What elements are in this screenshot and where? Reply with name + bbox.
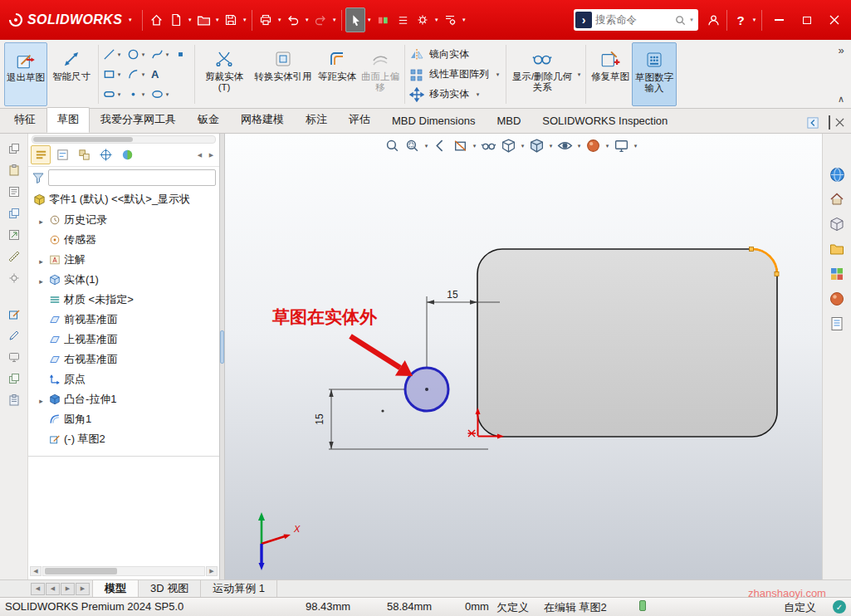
tab-first-button[interactable] xyxy=(31,583,45,595)
zoom-fit-icon[interactable] xyxy=(383,136,402,155)
section-dropdown-icon[interactable] xyxy=(471,143,478,149)
display-style-icon[interactable] xyxy=(527,136,546,155)
tree-splitter-divider[interactable] xyxy=(28,456,219,564)
3d-parts-box-icon[interactable] xyxy=(825,213,849,235)
hide-show-items-icon[interactable] xyxy=(555,136,575,155)
home-button[interactable] xyxy=(146,7,166,32)
expand-caret-icon[interactable] xyxy=(39,394,43,406)
hide-show-dropdown-icon[interactable] xyxy=(575,143,583,149)
render-sphere-icon[interactable] xyxy=(825,288,849,310)
ellipse-dropdown-icon[interactable] xyxy=(164,91,171,98)
open-dropdown-icon[interactable] xyxy=(213,7,221,32)
tree-item-front-plane[interactable]: 前视基准面 xyxy=(28,310,219,330)
circle-dropdown-icon[interactable] xyxy=(139,51,147,58)
model-tab[interactable]: 模型 xyxy=(92,580,139,597)
panel-splitter[interactable] xyxy=(219,134,225,579)
user-account-button[interactable] xyxy=(703,7,723,32)
arc-tool-icon[interactable] xyxy=(127,68,139,81)
tree-horizontal-scrollbar-bottom[interactable] xyxy=(30,565,218,577)
spline-dropdown-icon[interactable] xyxy=(164,51,171,58)
tab-mbd[interactable]: MBD xyxy=(486,110,531,133)
arc-dropdown-icon[interactable] xyxy=(139,71,147,78)
search-input[interactable] xyxy=(592,14,674,26)
help-dropdown-icon[interactable] xyxy=(751,7,758,32)
open-button[interactable] xyxy=(193,7,213,32)
view-orientation-dropdown-icon[interactable] xyxy=(519,143,526,149)
scroll-left-button[interactable] xyxy=(30,566,42,576)
redo-dropdown-icon[interactable] xyxy=(330,7,338,32)
tab-inspection[interactable]: SOLIDWORKS Inspection xyxy=(531,110,678,133)
rectangle-tool-icon[interactable] xyxy=(103,68,115,81)
left-tool-edit-icon[interactable] xyxy=(4,325,24,345)
tab-next-button[interactable] xyxy=(61,583,75,595)
tree-item-fillet[interactable]: 圆角1 xyxy=(28,409,219,429)
left-tool-copy-icon[interactable] xyxy=(4,369,24,388)
tab-sheet-metal[interactable]: 钣金 xyxy=(187,107,230,133)
design-library-home-icon[interactable] xyxy=(825,188,849,210)
custom-dropdown[interactable]: 自定义 xyxy=(784,600,816,615)
feature-manager-tab[interactable] xyxy=(31,145,51,164)
settings-button[interactable] xyxy=(413,7,433,32)
tree-item-boss-extrude[interactable]: 凸台-拉伸1 xyxy=(28,389,219,409)
menu-expand-icon[interactable] xyxy=(126,7,134,32)
save-dropdown-icon[interactable] xyxy=(241,7,248,32)
left-tool-sketch-icon[interactable] xyxy=(4,304,24,323)
text-tool-icon[interactable]: A xyxy=(151,68,159,81)
panel-tabs-scroll-right-icon[interactable] xyxy=(206,147,217,164)
undo-dropdown-icon[interactable] xyxy=(303,7,311,32)
tree-item-sketch2[interactable]: (-) 草图2 xyxy=(28,429,219,449)
display-manager-tab[interactable] xyxy=(117,145,137,164)
sketch-numeric-input-button[interactable]: 草图数字输入 xyxy=(632,42,677,106)
exit-sketch-button[interactable]: 退出草图 xyxy=(4,42,47,106)
appearances-scenes-icon[interactable] xyxy=(825,263,849,285)
splitter-grip[interactable] xyxy=(220,330,224,364)
new-document-dropdown-icon[interactable] xyxy=(186,7,193,32)
slot-dropdown-icon[interactable] xyxy=(115,91,123,98)
view-settings-icon[interactable] xyxy=(612,136,631,155)
offset-entities-button[interactable]: 等距实体 xyxy=(315,42,359,106)
line-dropdown-icon[interactable] xyxy=(115,51,123,58)
trim-entities-button[interactable]: 剪裁实体(T) xyxy=(198,42,251,106)
print-dropdown-icon[interactable] xyxy=(276,7,283,32)
doc-previous-icon[interactable] xyxy=(807,117,819,129)
appearance-toggle-button[interactable] xyxy=(373,7,393,32)
search-dropdown-icon[interactable] xyxy=(687,17,697,23)
left-tool-measure-icon[interactable] xyxy=(4,247,24,266)
solidworks-menu[interactable]: SOLIDWORKS xyxy=(3,7,139,32)
convert-entities-button[interactable]: 转换实体引用 xyxy=(251,42,315,106)
zoom-dropdown-icon[interactable] xyxy=(423,143,430,149)
tab-markup[interactable]: 标注 xyxy=(295,107,338,133)
minimize-button[interactable] xyxy=(765,7,793,33)
doc-restore-button[interactable] xyxy=(829,116,830,129)
tree-item-top-plane[interactable]: 上视基准面 xyxy=(28,330,219,350)
options-list-button[interactable] xyxy=(393,7,413,32)
tab-last-button[interactable] xyxy=(76,583,90,595)
left-tool-list-icon[interactable] xyxy=(4,182,24,201)
help-button[interactable] xyxy=(731,7,751,32)
point-grid-tool-icon[interactable] xyxy=(175,49,186,60)
rectangle-dropdown-icon[interactable] xyxy=(115,71,123,78)
search-magnifier-icon[interactable] xyxy=(674,14,687,27)
custom-properties-icon[interactable] xyxy=(825,313,849,335)
spline-tool-icon[interactable] xyxy=(151,48,164,61)
display-style-dropdown-icon[interactable] xyxy=(547,143,555,149)
relations-dropdown-icon[interactable] xyxy=(575,71,583,78)
display-delete-relations-button[interactable]: 显示/删除几何关系 xyxy=(509,42,575,106)
new-document-button[interactable] xyxy=(166,7,186,32)
tab-mbd-dimensions[interactable]: MBD Dimensions xyxy=(381,110,486,133)
edge-handle[interactable] xyxy=(750,247,754,252)
save-button[interactable] xyxy=(221,7,241,32)
line-tool-icon[interactable] xyxy=(103,48,115,61)
ribbon-overflow-button[interactable] xyxy=(838,44,844,56)
annotation-glasses-icon[interactable] xyxy=(479,136,498,155)
left-tool-export-icon[interactable] xyxy=(4,225,24,244)
tab-share-tools[interactable]: 我爱分享网工具 xyxy=(90,107,187,133)
left-tool-paste-icon[interactable] xyxy=(4,160,24,179)
property-manager-tab[interactable] xyxy=(52,145,72,164)
filter-funnel-icon[interactable] xyxy=(32,171,45,184)
tab-previous-button[interactable] xyxy=(46,583,60,595)
task-dropdown-icon[interactable] xyxy=(460,7,467,32)
repair-sketch-button[interactable]: 修复草图 xyxy=(589,42,632,106)
dimension-value-top[interactable]: 15 xyxy=(447,289,458,301)
ribbon-collapse-button[interactable] xyxy=(838,92,844,105)
